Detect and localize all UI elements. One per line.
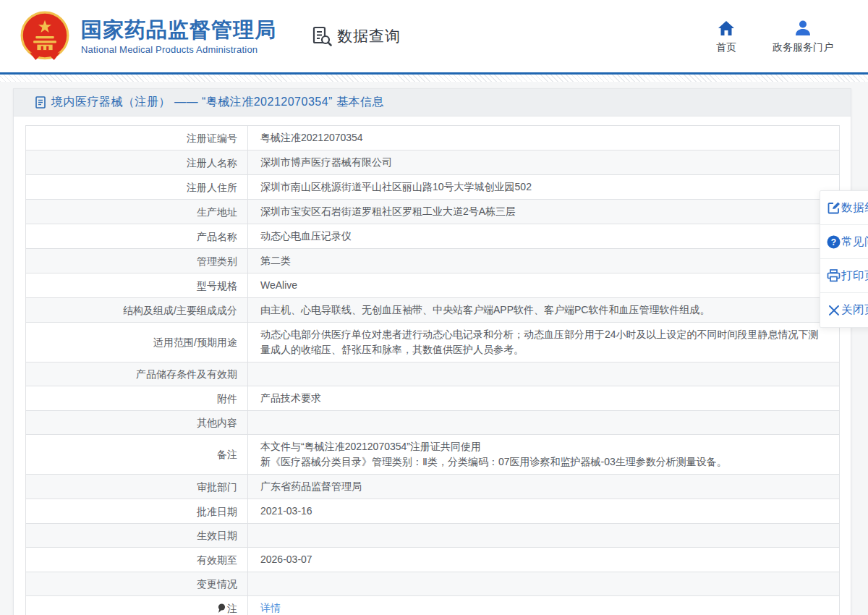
document-icon [35, 96, 46, 109]
table-row: 备注本文件与“粤械注准20212070354”注册证共同使用 新《医疗器械分类目… [26, 435, 840, 475]
printer-icon [826, 269, 841, 282]
card-title-bar: 境内医疗器械（注册） —— “粤械注准20212070354” 基本信息 [14, 89, 851, 116]
site-header: 国家药品监督管理局 National Medical Products Admi… [0, 0, 868, 72]
floating-tools-panel: 数据纠错?常见问题打印页面关闭页面 [820, 190, 868, 328]
row-label: 管理类别 [26, 249, 248, 273]
table-row: 注册证编号粤械注准20212070354 [26, 126, 840, 150]
document-search-icon [311, 25, 333, 47]
table-row: 结构及组成/主要组成成分由主机、心电导联线、无创血压袖带、中央站客户端APP软件… [26, 298, 840, 323]
row-value [248, 362, 840, 386]
org-name-zh: 国家药品监督管理局 [81, 17, 276, 42]
user-icon [794, 19, 812, 36]
row-value: 动态心电血压记录仪 [248, 224, 840, 249]
nav-item-label: 政务服务门户 [773, 41, 833, 54]
table-row: 产品名称动态心电血压记录仪 [26, 224, 840, 249]
row-value: 本文件与“粤械注准20212070354”注册证共同使用 新《医疗器械分类目录》… [248, 435, 840, 475]
table-row: 产品储存条件及有效期 [26, 362, 840, 386]
row-label: 有效期至 [26, 548, 248, 572]
table-row: 注册人住所深圳市南山区桃源街道平山社区丽山路10号大学城创业园502 [26, 175, 840, 200]
table-row: 其他内容 [26, 411, 840, 435]
row-label: 附件 [26, 386, 248, 411]
nav-item-portal[interactable]: 政务服务门户 [773, 19, 833, 54]
question-icon: ? [826, 235, 841, 248]
page-title: 境内医疗器械（注册） —— “粤械注准20212070354” 基本信息 [51, 95, 384, 110]
info-card: 境内医疗器械（注册） —— “粤械注准20212070354” 基本信息 注册证… [13, 88, 851, 615]
row-value: 广东省药品监督管理局 [248, 475, 840, 499]
detail-link[interactable]: 详情 [260, 602, 281, 614]
row-label: 审批部门 [26, 475, 248, 499]
table-row: 审批部门广东省药品监督管理局 [26, 475, 840, 499]
panel-item-question[interactable]: ?常见问题 [820, 225, 868, 259]
table-row: 有效期至2026-03-07 [26, 548, 840, 572]
table-row: 生产地址深圳市宝安区石岩街道罗租社区罗租工业大道2号A栋三层 [26, 200, 840, 224]
table-row: 附件产品技术要求 [26, 386, 840, 411]
panel-item-label: 打印页面 [841, 268, 868, 284]
row-value: 第二类 [248, 249, 840, 273]
table-row: 注详情 [26, 596, 840, 615]
row-label: 备注 [26, 435, 248, 475]
row-label: 注册人住所 [26, 175, 248, 200]
row-value: 2026-03-07 [248, 548, 840, 572]
panel-item-label: 数据纠错 [841, 200, 868, 216]
table-row: 适用范围/预期用途动态心电部分供医疗单位对患者进行动态心电记录和分析；动态血压部… [26, 323, 840, 362]
brand-block: 国家药品监督管理局 National Medical Products Admi… [20, 11, 276, 62]
info-table: 注册证编号粤械注准20212070354注册人名称深圳市博声医疗器械有限公司注册… [25, 125, 840, 615]
row-label: 产品名称 [26, 224, 248, 249]
row-value: 2021-03-16 [248, 499, 840, 524]
row-label: 适用范围/预期用途 [26, 323, 248, 362]
row-label: 结构及组成/主要组成成分 [26, 298, 248, 323]
table-row: 型号规格WeAlive [26, 273, 840, 298]
row-value: 粤械注准20212070354 [248, 126, 840, 150]
table-row: 生效日期 [26, 524, 840, 548]
row-label: 注 [26, 596, 248, 615]
row-label: 其他内容 [26, 411, 248, 435]
row-label: 型号规格 [26, 273, 248, 298]
stripe-decoration [0, 75, 868, 82]
table-row: 注册人名称深圳市博声医疗器械有限公司 [26, 150, 840, 175]
panel-item-label: 常见问题 [841, 234, 868, 250]
close-icon [826, 304, 841, 317]
row-value: 深圳市南山区桃源街道平山社区丽山路10号大学城创业园502 [248, 175, 840, 200]
data-query-label: 数据查询 [337, 26, 401, 46]
national-emblem-logo [20, 11, 69, 62]
row-value [248, 572, 840, 596]
row-value: 产品技术要求 [248, 386, 840, 411]
panel-item-close[interactable]: 关闭页面 [820, 293, 868, 327]
row-label: 注册证编号 [26, 126, 248, 150]
row-value: WeAlive [248, 273, 840, 298]
row-label: 变更情况 [26, 572, 248, 596]
table-row: 批准日期2021-03-16 [26, 499, 840, 524]
row-value: 动态心电部分供医疗单位对患者进行动态心电记录和分析；动态血压部分用于24小时及以… [248, 323, 840, 362]
info-table-body: 注册证编号粤械注准20212070354注册人名称深圳市博声医疗器械有限公司注册… [26, 126, 840, 615]
table-row: 管理类别第二类 [26, 249, 840, 273]
row-value: 深圳市宝安区石岩街道罗租社区罗租工业大道2号A栋三层 [248, 200, 840, 224]
row-value [248, 524, 840, 548]
row-value: 详情 [248, 596, 840, 615]
row-label: 生产地址 [26, 200, 248, 224]
row-value: 深圳市博声医疗器械有限公司 [248, 150, 840, 175]
data-query-tab[interactable]: 数据查询 [311, 25, 401, 47]
nav-item-home[interactable]: 首页 [707, 19, 745, 54]
table-row: 变更情况 [26, 572, 840, 596]
row-value [248, 411, 840, 435]
nav-item-label: 首页 [716, 41, 736, 54]
row-label: 批准日期 [26, 499, 248, 524]
edit-icon [826, 201, 841, 214]
panel-item-printer[interactable]: 打印页面 [820, 259, 868, 293]
row-label: 产品储存条件及有效期 [26, 362, 248, 386]
row-label: 生效日期 [26, 524, 248, 548]
org-name-en: National Medical Products Administration [81, 44, 276, 55]
panel-item-edit[interactable]: 数据纠错 [820, 191, 868, 225]
home-icon [718, 19, 735, 36]
svg-text:?: ? [831, 237, 836, 247]
panel-item-label: 关闭页面 [841, 302, 868, 318]
row-label: 注册人名称 [26, 150, 248, 175]
header-nav: 首页政务服务门户 [707, 19, 833, 54]
row-value: 由主机、心电导联线、无创血压袖带、中央站客户端APP软件、客户端PC软件和血压管… [248, 298, 840, 323]
brand-text: 国家药品监督管理局 National Medical Products Admi… [81, 17, 276, 55]
